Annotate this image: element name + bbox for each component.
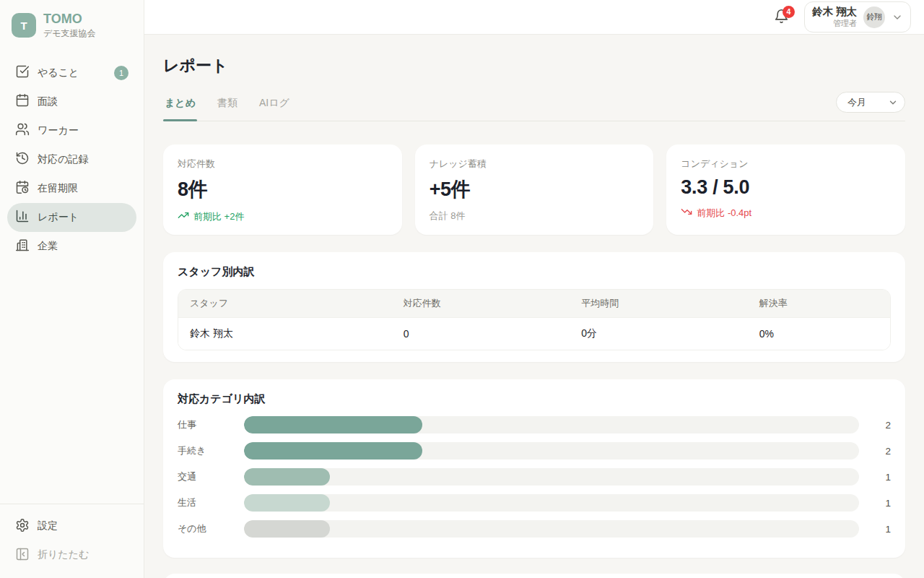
stat-card-knowledge: ナレッジ蓄積 +5件 合計 8件 (415, 144, 654, 235)
bar-value: 1 (872, 524, 891, 535)
bar-chart-icon (15, 209, 30, 225)
bar-value: 2 (872, 420, 891, 431)
bar-label: 仕事 (178, 418, 244, 431)
sidebar-item-settings[interactable]: 設定 (7, 512, 136, 540)
sidebar-item-records[interactable]: 対応の記録 (7, 145, 136, 174)
sidebar-item-todo[interactable]: やること 1 (7, 59, 136, 87)
gear-icon (15, 518, 30, 535)
sidebar-collapse-button[interactable]: 折りたたむ (7, 540, 136, 569)
section-title: 対応カテゴリ内訳 (178, 392, 891, 406)
staff-breakdown-card: スタッフ別内訳 スタッフ 対応件数 平均時間 解決率 鈴木 翔太 0 0分 0% (163, 252, 905, 362)
user-name: 鈴木 翔太 (812, 6, 857, 18)
bar-value: 1 (872, 472, 891, 483)
users-icon (15, 122, 30, 139)
tab-documents[interactable]: 書類 (216, 91, 239, 121)
collapse-panel-icon (15, 547, 30, 564)
calendar-icon (15, 93, 30, 110)
stats-cards: 対応件数 8件 前期比 +2件 ナレッジ蓄積 +5件 合計 8件 コンディション… (163, 144, 905, 235)
sidebar-item-workers[interactable]: ワーカー (7, 116, 136, 145)
app-title: TOMO (43, 12, 96, 27)
sidebar-menu: やること 1 面談 ワーカー 対応の記録 在留期限 (0, 59, 144, 261)
sidebar-item-reports[interactable]: レポート (7, 203, 136, 232)
col-header-staff: スタッフ (178, 290, 392, 317)
bar-fill (244, 520, 330, 538)
avatar: 鈴翔 (863, 7, 885, 28)
stat-label: コンディション (681, 158, 891, 171)
cell-avg-time: 0分 (570, 317, 748, 350)
tabs-bar: まとめ 書類 AIログ 今月 (163, 91, 905, 121)
stat-card-cases: 対応件数 8件 前期比 +2件 (163, 144, 402, 235)
bar-row-transport: 交通 1 (178, 464, 891, 490)
table-header-row: スタッフ 対応件数 平均時間 解決率 (178, 290, 890, 317)
cell-resolution: 0% (748, 317, 890, 350)
bar-row-work: 仕事 2 (178, 412, 891, 438)
sidebar-item-label: 対応の記録 (38, 153, 88, 166)
user-menu[interactable]: 鈴木 翔太 管理者 鈴翔 (804, 1, 911, 32)
logo-mark: T (12, 13, 36, 38)
stat-value: +5件 (430, 176, 640, 202)
sidebar-item-label: やること (38, 66, 79, 79)
bar-fill (244, 494, 330, 512)
stat-trend: 前期比 +2件 (178, 210, 388, 223)
bar-fill (244, 442, 422, 460)
col-header-resolution: 解決率 (748, 290, 890, 317)
sidebar-item-label: 面談 (38, 95, 58, 108)
bar-label: 生活 (178, 496, 244, 509)
stat-trend-text: 合計 8件 (430, 210, 466, 223)
bar-track (244, 494, 859, 512)
stat-label: ナレッジ蓄積 (430, 158, 640, 171)
stat-label: 対応件数 (178, 158, 388, 171)
cell-staff-name: 鈴木 翔太 (178, 317, 392, 350)
bar-track (244, 520, 859, 538)
sidebar-item-label: 折りたたむ (38, 548, 89, 561)
staff-table: スタッフ 対応件数 平均時間 解決率 鈴木 翔太 0 0分 0% (178, 289, 891, 350)
sidebar-footer: 設定 折りたたむ (0, 504, 144, 578)
trending-down-icon (681, 206, 692, 220)
sidebar-item-interviews[interactable]: 面談 (7, 87, 136, 116)
bar-row-life: 生活 1 (178, 490, 891, 516)
bar-value: 2 (872, 446, 891, 457)
section-title: スタッフ別内訳 (178, 265, 891, 279)
bar-track (244, 416, 859, 434)
bar-row-other: その他 1 (178, 516, 891, 542)
category-bar-chart: 仕事 2 手続き 2 交通 1 生活 1 その他 1 (178, 412, 891, 542)
bar-row-procedures: 手続き 2 (178, 438, 891, 464)
user-role: 管理者 (812, 19, 857, 28)
stat-trend-text: 前期比 +2件 (193, 210, 244, 223)
todo-count-badge: 1 (114, 66, 128, 80)
sidebar-item-residence[interactable]: 在留期限 (7, 174, 136, 203)
sidebar-item-label: レポート (38, 211, 79, 224)
bar-label: その他 (178, 522, 244, 535)
col-header-avg-time: 平均時間 (570, 290, 748, 317)
tab-summary[interactable]: まとめ (163, 91, 197, 121)
sidebar-item-companies[interactable]: 企業 (7, 232, 136, 261)
building-icon (15, 238, 30, 254)
bar-track (244, 468, 859, 486)
stat-value: 3.3 / 5.0 (681, 176, 891, 199)
bar-label: 手続き (178, 444, 244, 457)
stat-trend-text: 前期比 -0.4pt (697, 207, 751, 220)
app-logo: T TOMO デモ支援協会 (0, 0, 144, 40)
notifications-button[interactable]: 4 (770, 5, 794, 30)
history-icon (15, 151, 30, 168)
bar-value: 1 (872, 498, 891, 509)
condition-trend-card: コンディション推移 (163, 574, 905, 578)
bar-label: 交通 (178, 470, 244, 483)
topbar: 4 鈴木 翔太 管理者 鈴翔 (144, 0, 924, 35)
trending-up-icon (178, 210, 189, 223)
notification-count-badge: 4 (783, 6, 795, 18)
bar-fill (244, 468, 330, 486)
sidebar-item-label: 設定 (38, 519, 58, 532)
bar-fill (244, 416, 422, 434)
org-name: デモ支援協会 (43, 27, 96, 40)
period-select[interactable]: 今月 (836, 92, 905, 113)
stat-card-condition: コンディション 3.3 / 5.0 前期比 -0.4pt (666, 144, 905, 235)
tab-ailog[interactable]: AIログ (258, 91, 291, 121)
category-breakdown-card: 対応カテゴリ内訳 仕事 2 手続き 2 交通 1 生活 1 (163, 379, 905, 558)
stat-trend: 合計 8件 (430, 210, 640, 223)
calendar-clock-icon (15, 180, 30, 197)
bar-track (244, 442, 859, 460)
sidebar: T TOMO デモ支援協会 やること 1 面談 ワーカー (0, 0, 144, 578)
sidebar-item-label: ワーカー (38, 124, 79, 137)
page-title: レポート (163, 55, 905, 77)
